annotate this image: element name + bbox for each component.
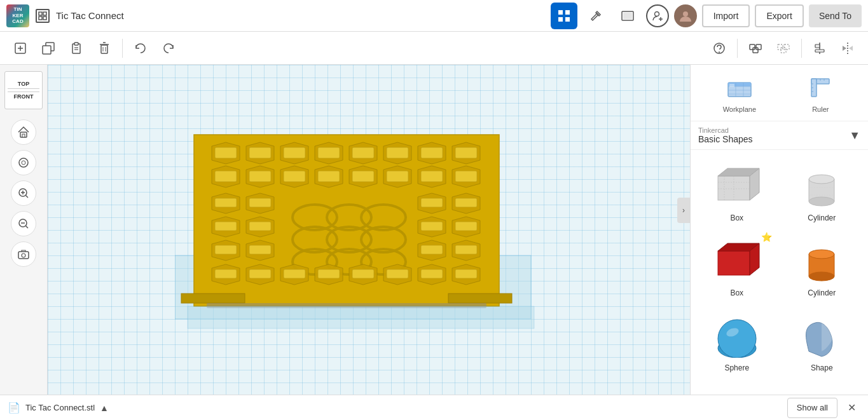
shape-thumb-extra (790, 310, 853, 361)
shape-thumb-sphere-blue (705, 310, 769, 361)
group-button[interactable] (743, 36, 768, 61)
workplane-icon (724, 72, 755, 103)
canvas-area[interactable]: Edit Grid Snap Grid 1.0 mm ▼ (48, 65, 690, 420)
shape-sphere-blue[interactable]: Sphere (698, 308, 776, 375)
svg-rect-110 (215, 222, 237, 231)
toolbar (0, 32, 868, 65)
svg-rect-86 (387, 171, 408, 182)
shape-thumb-cylinder-orange (790, 235, 853, 286)
svg-line-49 (26, 196, 29, 198)
zoom-out-button[interactable] (11, 211, 36, 236)
zoom-in-button[interactable] (11, 180, 36, 206)
svg-rect-136 (421, 269, 443, 278)
logo: TINKERCAD (6, 4, 29, 27)
svg-rect-6 (558, 17, 563, 22)
svg-rect-23 (101, 45, 107, 53)
align-button[interactable] (807, 36, 832, 61)
svg-rect-134 (352, 269, 374, 278)
logo-badge: TINKERCAD (6, 4, 29, 27)
gallery-button[interactable] (614, 3, 641, 29)
hint-button[interactable] (706, 36, 732, 61)
view-indicator[interactable]: TOP FRONT (4, 71, 43, 109)
svg-rect-43 (22, 134, 25, 137)
svg-rect-66 (249, 147, 271, 158)
svg-point-167 (809, 197, 834, 206)
svg-rect-103 (249, 198, 271, 207)
svg-rect-1 (43, 12, 46, 15)
camera-button[interactable] (11, 241, 36, 267)
svg-point-44 (19, 158, 28, 167)
shape-thumb-cylinder-gray (790, 160, 853, 211)
svg-rect-149 (729, 84, 734, 87)
export-button[interactable]: Export (755, 4, 803, 27)
avatar[interactable] (674, 4, 697, 27)
header-right: Import Export Send To (551, 3, 862, 29)
new-button[interactable] (8, 36, 33, 61)
breadcrumb-icon[interactable] (36, 9, 50, 23)
ungroup-button[interactable] (771, 36, 796, 61)
3d-object-svg (175, 128, 544, 332)
star-badge: ⭐ (761, 232, 772, 242)
shape-cylinder-gray-label: Cylinder (808, 213, 836, 222)
redo-button[interactable] (156, 36, 181, 61)
svg-rect-137 (455, 269, 477, 278)
svg-rect-5 (565, 10, 570, 15)
workplane-tool[interactable]: Workplane (723, 72, 756, 113)
shape-cylinder-gray[interactable]: Cylinder (783, 158, 861, 225)
svg-rect-7 (565, 17, 570, 22)
panel-tools: Workplane (691, 65, 868, 121)
svg-point-29 (719, 51, 720, 53)
svg-rect-32 (753, 48, 758, 53)
main-layout: TOP FRONT (0, 65, 868, 420)
toolbar-divider-3 (801, 39, 802, 58)
shape-cylinder-orange[interactable]: Cylinder (783, 233, 861, 300)
svg-rect-31 (756, 44, 761, 50)
panel-collapse-button[interactable]: › (677, 198, 690, 223)
category-title: Basic Shapes (698, 134, 753, 144)
show-all-button[interactable]: Show all (787, 398, 837, 418)
svg-rect-33 (778, 44, 783, 50)
svg-rect-30 (750, 44, 755, 50)
import-button[interactable]: Import (702, 4, 750, 27)
category-dropdown-icon[interactable]: ▼ (849, 129, 860, 142)
svg-point-176 (809, 250, 834, 259)
mirror-button[interactable] (835, 36, 860, 61)
add-user-button[interactable] (646, 4, 669, 27)
paste-button[interactable] (64, 36, 89, 61)
panel-shapes: Box (691, 150, 868, 420)
ruler-tool[interactable]: Ruler (805, 72, 836, 113)
panel-category: Tinkercad Basic Shapes ▼ (691, 121, 868, 150)
view-top-label: TOP (8, 81, 39, 89)
toolbar-divider-1 (122, 39, 123, 58)
grid-view-button[interactable] (551, 3, 577, 29)
svg-rect-133 (318, 269, 340, 278)
shape-box-gray[interactable]: Box (698, 158, 776, 225)
send-to-button[interactable]: Send To (809, 4, 862, 27)
file-expand-icon[interactable]: ▲ (100, 403, 109, 413)
left-sidebar: TOP FRONT (0, 65, 48, 420)
home-button[interactable] (11, 119, 36, 145)
header: TINKERCAD Tic Tac Connect (0, 0, 868, 32)
delete-button[interactable] (92, 36, 117, 61)
panel-category-info: Tinkercad Basic Shapes (698, 126, 753, 144)
svg-rect-104 (421, 198, 443, 207)
category-name: Tinkercad (698, 126, 753, 134)
shape-sphere-blue-label: Sphere (724, 363, 749, 372)
close-file-button[interactable]: ✕ (843, 399, 860, 417)
3d-object (175, 128, 544, 332)
copy-button[interactable] (36, 36, 61, 61)
shape-cylinder-orange-label: Cylinder (808, 288, 836, 297)
file-name: Tic Tac Connect.stl (25, 403, 95, 412)
svg-rect-113 (455, 222, 477, 231)
svg-rect-18 (43, 46, 51, 54)
svg-rect-105 (455, 198, 477, 207)
tools-button[interactable] (582, 3, 609, 29)
shape-box-red[interactable]: ⭐ Box (698, 233, 776, 300)
svg-rect-68 (318, 147, 340, 158)
svg-rect-38 (815, 50, 824, 52)
file-bar: 📄 Tic Tac Connect.stl ▲ Show all ✕ (0, 395, 868, 420)
svg-rect-88 (455, 171, 477, 182)
shape-extra[interactable]: Shape (783, 308, 861, 375)
undo-button[interactable] (128, 36, 153, 61)
zoom-fit-button[interactable] (11, 150, 36, 175)
